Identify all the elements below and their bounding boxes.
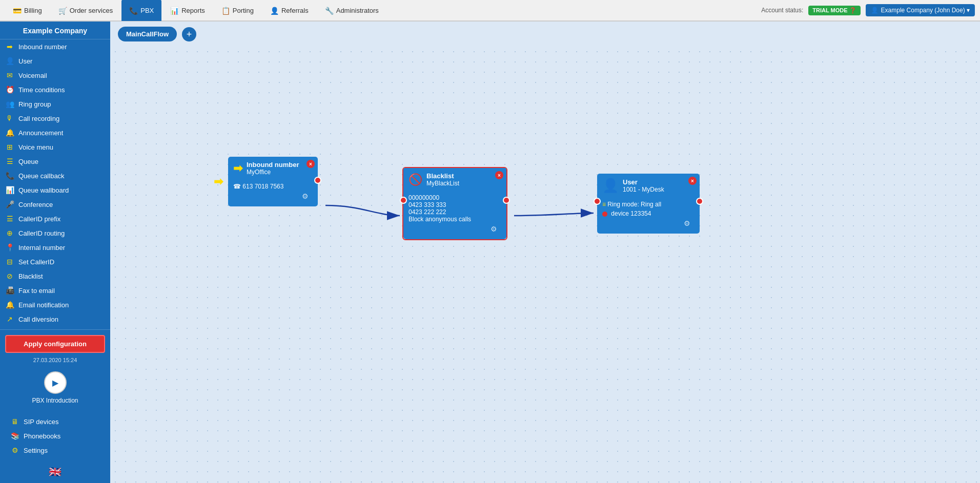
play-intro-button[interactable]: ▶ bbox=[44, 371, 67, 394]
user-node-icon: 👤 bbox=[602, 178, 619, 194]
inbound-title-main: Inbound number bbox=[247, 161, 299, 169]
sidebar-item-queue-callback[interactable]: 📞 Queue callback bbox=[0, 169, 110, 183]
queue-label: Queue bbox=[18, 158, 38, 165]
flow-arrows bbox=[110, 47, 980, 483]
pbx-intro-label: PBX Introduction bbox=[32, 397, 78, 404]
sidebar-item-queue[interactable]: ☰ Queue bbox=[0, 154, 110, 169]
apply-configuration-button[interactable]: Apply configuration bbox=[5, 335, 105, 353]
callerid-prefix-label: CallerID prefix bbox=[18, 215, 60, 223]
order-icon: 🛒 bbox=[58, 7, 67, 15]
inbound-close-button[interactable]: × bbox=[307, 160, 315, 168]
settings-icon: ⚙ bbox=[10, 446, 19, 454]
admin-label: Administrators bbox=[336, 7, 379, 14]
nav-tabs: 💳 Billing 🛒 Order services 📞 PBX 📊 Repor… bbox=[5, 0, 386, 21]
ring-mode-icon: ≡ bbox=[602, 201, 607, 208]
sidebar-item-announcement[interactable]: 🔔 Announcement bbox=[0, 125, 110, 140]
phonebooks-icon: 📚 bbox=[10, 432, 19, 440]
fax-label: Fax to email bbox=[18, 287, 55, 295]
sidebar-nav-list: ➡ Inbound number 👤 User ✉ Voicemail ⏰ Ti… bbox=[0, 39, 110, 329]
inbound-gear-button[interactable]: ⚙ bbox=[302, 192, 309, 200]
main-layout: Example Company ➡ Inbound number 👤 User … bbox=[0, 22, 980, 483]
announcement-icon: 🔔 bbox=[5, 129, 14, 137]
set-callerid-icon: ⊟ bbox=[5, 258, 14, 266]
blacklist-node-icon: 🚫 bbox=[409, 173, 422, 186]
sidebar-item-fax-to-email[interactable]: 📠 Fax to email bbox=[0, 283, 110, 298]
sidebar-footer: Apply configuration 27.03.2020 15:24 ▶ P… bbox=[0, 329, 110, 483]
inbound-number-node[interactable]: ➡ ➡ Inbound number MyOffice × ☎ 613 7018… bbox=[228, 157, 318, 206]
sidebar-item-internal-number[interactable]: 📍 Internal number bbox=[0, 240, 110, 255]
user-left-connector bbox=[594, 198, 601, 205]
nav-tab-order-services[interactable]: 🛒 Order services bbox=[51, 0, 121, 21]
sidebar-item-blacklist[interactable]: ⊘ Blacklist bbox=[0, 269, 110, 283]
voice-menu-label: Voice menu bbox=[18, 143, 53, 151]
nav-tab-referrals[interactable]: 👤 Referrals bbox=[262, 0, 316, 21]
email-notif-icon: 🔔 bbox=[5, 301, 14, 309]
sidebar-item-email-notification[interactable]: 🔔 Email notification bbox=[0, 298, 110, 312]
blacklist-node-header: 🚫 Blacklist MyBlackList × bbox=[403, 168, 506, 191]
nav-tab-porting[interactable]: 📋 Porting bbox=[214, 0, 261, 21]
sidebar-item-user[interactable]: 👤 User bbox=[0, 54, 110, 68]
user-right-connector bbox=[696, 198, 703, 205]
sidebar-item-sip-devices[interactable]: 🖥 SIP devices bbox=[5, 414, 105, 429]
inbound-node-footer: ⚙ bbox=[233, 190, 313, 202]
admin-icon: 🔧 bbox=[325, 7, 334, 15]
callflow-canvas[interactable]: ➡ ➡ Inbound number MyOffice × ☎ 613 7018… bbox=[110, 47, 980, 483]
sidebar-item-set-callerid[interactable]: ⊟ Set CallerID bbox=[0, 255, 110, 269]
user-node[interactable]: 👤 User 1001 - MyDesk × ≡ Ring mode: Ring… bbox=[597, 174, 700, 234]
company-name: Example Company bbox=[0, 22, 110, 39]
queue-icon: ☰ bbox=[5, 157, 14, 165]
pbx-intro-section: ▶ PBX Introduction bbox=[28, 367, 82, 408]
pbx-icon: 📞 bbox=[129, 7, 138, 15]
blacklist-close-button[interactable]: × bbox=[495, 171, 503, 179]
internal-number-icon: 📍 bbox=[5, 243, 14, 251]
sidebar-item-voice-menu[interactable]: ⊞ Voice menu bbox=[0, 140, 110, 154]
user-menu[interactable]: 👤 Example Company (John Doe) ▾ bbox=[866, 4, 975, 16]
bottom-nav-items: 🖥 SIP devices 📚 Phonebooks ⚙ Settings bbox=[5, 412, 105, 461]
blacklist-number-1: 000000000 bbox=[409, 194, 501, 201]
sidebar-item-settings[interactable]: ⚙ Settings bbox=[5, 443, 105, 457]
blacklist-node-footer: ⚙ bbox=[409, 223, 501, 235]
queue-wallboard-icon: 📊 bbox=[5, 186, 14, 194]
sidebar-item-phonebooks[interactable]: 📚 Phonebooks bbox=[5, 429, 105, 443]
sidebar-item-queue-wallboard[interactable]: 📊 Queue wallboard bbox=[0, 183, 110, 197]
add-flow-button[interactable]: + bbox=[182, 27, 196, 41]
porting-label: Porting bbox=[233, 7, 254, 14]
sidebar-item-ring-group[interactable]: 👥 Ring group bbox=[0, 97, 110, 111]
main-callflow-button[interactable]: MainCallFlow bbox=[118, 27, 177, 41]
nav-tab-reports[interactable]: 📊 Reports bbox=[162, 0, 213, 21]
blacklist-right-connector bbox=[503, 197, 510, 204]
inbound-phone: ☎ 613 7018 7563 bbox=[233, 183, 313, 190]
user-menu-label: Example Company (John Doe) ▾ bbox=[881, 7, 970, 14]
call-recording-icon: 🎙 bbox=[5, 114, 14, 122]
inbound-arrow-icon: ➡ bbox=[214, 175, 223, 188]
pbx-label: PBX bbox=[140, 7, 154, 14]
trial-mode-badge[interactable]: TRIAL MODE ❓ bbox=[808, 6, 860, 15]
time-conditions-label: Time conditions bbox=[18, 86, 65, 94]
user-icon: 👤 bbox=[5, 57, 14, 65]
callerid-prefix-icon: ☰ bbox=[5, 215, 14, 223]
sidebar-item-call-diversion[interactable]: ↗ Call diversion bbox=[0, 312, 110, 326]
blacklist-gear-button[interactable]: ⚙ bbox=[491, 225, 497, 233]
sip-devices-label: SIP devices bbox=[24, 418, 58, 426]
blacklist-block-label: Block anonymous calls bbox=[409, 216, 501, 223]
user-gear-button[interactable]: ⚙ bbox=[684, 219, 690, 227]
sidebar-item-voicemail[interactable]: ✉ Voicemail bbox=[0, 68, 110, 82]
account-section: Account status: TRIAL MODE ❓ 👤 Example C… bbox=[761, 4, 975, 16]
sidebar-item-callerid-prefix[interactable]: ☰ CallerID prefix bbox=[0, 212, 110, 226]
nav-tab-billing[interactable]: 💳 Billing bbox=[5, 0, 50, 21]
user-node-footer: ⚙ bbox=[602, 217, 695, 229]
sidebar-item-callerid-routing[interactable]: ⊕ CallerID routing bbox=[0, 226, 110, 240]
user-close-button[interactable]: × bbox=[688, 177, 697, 185]
nav-tab-pbx[interactable]: 📞 PBX bbox=[121, 0, 161, 21]
email-notif-label: Email notification bbox=[18, 301, 69, 309]
user-ring-mode-text: Ring mode: Ring all bbox=[607, 201, 661, 208]
blacklist-icon: ⊘ bbox=[5, 272, 14, 280]
time-conditions-icon: ⏰ bbox=[5, 86, 14, 94]
user-device: device 123354 bbox=[602, 210, 695, 217]
sidebar-item-inbound-number[interactable]: ➡ Inbound number bbox=[0, 39, 110, 54]
sidebar-item-conference[interactable]: 🎤 Conference bbox=[0, 197, 110, 212]
sidebar-item-call-recording[interactable]: 🎙 Call recording bbox=[0, 111, 110, 125]
sidebar-item-time-conditions[interactable]: ⏰ Time conditions bbox=[0, 82, 110, 97]
nav-tab-administrators[interactable]: 🔧 Administrators bbox=[317, 0, 386, 21]
blacklist-node[interactable]: 🚫 Blacklist MyBlackList × 000000000 0423… bbox=[402, 167, 507, 240]
